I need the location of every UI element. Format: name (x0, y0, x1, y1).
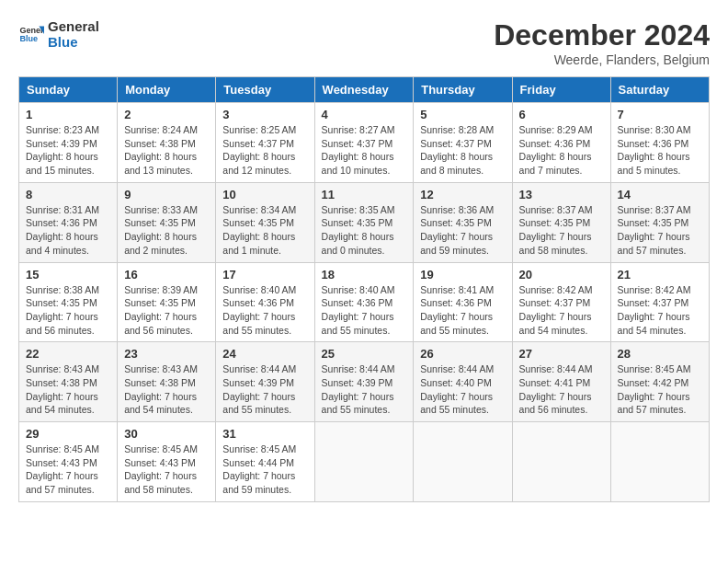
day-number: 16 (124, 268, 209, 282)
day-header-monday: Monday (118, 77, 216, 103)
day-number: 17 (222, 268, 307, 282)
day-header-thursday: Thursday (414, 77, 512, 103)
day-details: Sunrise: 8:38 AMSunset: 4:35 PMDaylight:… (26, 283, 110, 338)
day-details: Sunrise: 8:45 AMSunset: 4:42 PMDaylight:… (618, 362, 702, 417)
calendar-cell: 7Sunrise: 8:30 AMSunset: 4:36 PMDaylight… (610, 103, 709, 183)
calendar-cell: 22Sunrise: 8:43 AMSunset: 4:38 PMDayligh… (19, 342, 118, 422)
calendar-cell: 25Sunrise: 8:44 AMSunset: 4:39 PMDayligh… (314, 342, 414, 422)
day-details: Sunrise: 8:34 AMSunset: 4:35 PMDaylight:… (222, 203, 307, 258)
svg-text:Blue: Blue (19, 34, 38, 43)
day-details: Sunrise: 8:25 AMSunset: 4:37 PMDaylight:… (222, 123, 307, 178)
calendar-cell: 9Sunrise: 8:33 AMSunset: 4:35 PMDaylight… (118, 182, 216, 262)
day-details: Sunrise: 8:37 AMSunset: 4:35 PMDaylight:… (519, 203, 604, 258)
day-details: Sunrise: 8:39 AMSunset: 4:35 PMDaylight:… (124, 283, 209, 338)
day-number: 6 (519, 108, 604, 121)
calendar-cell: 13Sunrise: 8:37 AMSunset: 4:35 PMDayligh… (512, 182, 610, 262)
calendar-cell (414, 422, 512, 502)
calendar-cell: 26Sunrise: 8:44 AMSunset: 4:40 PMDayligh… (414, 342, 512, 422)
calendar-cell: 29Sunrise: 8:45 AMSunset: 4:43 PMDayligh… (19, 422, 118, 502)
day-header-tuesday: Tuesday (216, 77, 314, 103)
day-number: 20 (519, 268, 604, 282)
header: General Blue General Blue December 2024 … (18, 18, 710, 67)
title-area: December 2024 Weerde, Flanders, Belgium (494, 18, 710, 67)
day-details: Sunrise: 8:40 AMSunset: 4:36 PMDaylight:… (322, 283, 407, 338)
day-details: Sunrise: 8:37 AMSunset: 4:35 PMDaylight:… (618, 203, 702, 258)
day-details: Sunrise: 8:23 AMSunset: 4:39 PMDaylight:… (26, 123, 110, 178)
day-number: 4 (322, 108, 407, 121)
day-number: 18 (322, 268, 407, 282)
day-details: Sunrise: 8:28 AMSunset: 4:37 PMDaylight:… (420, 123, 505, 178)
day-number: 9 (124, 188, 209, 201)
week-row-1: 1Sunrise: 8:23 AMSunset: 4:39 PMDaylight… (19, 103, 710, 183)
week-row-5: 29Sunrise: 8:45 AMSunset: 4:43 PMDayligh… (19, 422, 710, 502)
day-number: 2 (124, 108, 209, 121)
calendar-cell (512, 422, 610, 502)
calendar-cell: 27Sunrise: 8:44 AMSunset: 4:41 PMDayligh… (512, 342, 610, 422)
day-details: Sunrise: 8:45 AMSunset: 4:43 PMDaylight:… (124, 442, 209, 497)
calendar-cell (314, 422, 414, 502)
day-details: Sunrise: 8:29 AMSunset: 4:36 PMDaylight:… (519, 123, 604, 178)
day-number: 14 (618, 188, 702, 201)
calendar-cell: 1Sunrise: 8:23 AMSunset: 4:39 PMDaylight… (19, 103, 118, 183)
calendar-table: SundayMondayTuesdayWednesdayThursdayFrid… (18, 76, 710, 502)
day-number: 10 (222, 188, 307, 201)
day-details: Sunrise: 8:36 AMSunset: 4:35 PMDaylight:… (420, 203, 505, 258)
day-number: 11 (322, 188, 407, 201)
day-number: 22 (26, 347, 110, 361)
day-number: 1 (26, 108, 110, 121)
day-header-friday: Friday (512, 77, 610, 103)
calendar-cell: 4Sunrise: 8:27 AMSunset: 4:37 PMDaylight… (314, 103, 414, 183)
main-title: December 2024 (494, 18, 710, 52)
logo-line1: General (48, 18, 99, 34)
calendar-cell: 31Sunrise: 8:45 AMSunset: 4:44 PMDayligh… (216, 422, 314, 502)
day-details: Sunrise: 8:45 AMSunset: 4:43 PMDaylight:… (26, 442, 110, 497)
day-details: Sunrise: 8:30 AMSunset: 4:36 PMDaylight:… (618, 123, 702, 178)
calendar-cell: 6Sunrise: 8:29 AMSunset: 4:36 PMDaylight… (512, 103, 610, 183)
calendar-cell: 20Sunrise: 8:42 AMSunset: 4:37 PMDayligh… (512, 262, 610, 342)
day-header-wednesday: Wednesday (314, 77, 414, 103)
day-details: Sunrise: 8:42 AMSunset: 4:37 PMDaylight:… (618, 283, 702, 338)
day-details: Sunrise: 8:44 AMSunset: 4:41 PMDaylight:… (519, 362, 604, 417)
day-number: 30 (124, 427, 209, 441)
day-details: Sunrise: 8:41 AMSunset: 4:36 PMDaylight:… (420, 283, 505, 338)
calendar-cell: 28Sunrise: 8:45 AMSunset: 4:42 PMDayligh… (610, 342, 709, 422)
calendar-cell: 17Sunrise: 8:40 AMSunset: 4:36 PMDayligh… (216, 262, 314, 342)
week-row-4: 22Sunrise: 8:43 AMSunset: 4:38 PMDayligh… (19, 342, 710, 422)
day-details: Sunrise: 8:33 AMSunset: 4:35 PMDaylight:… (124, 203, 209, 258)
day-details: Sunrise: 8:40 AMSunset: 4:36 PMDaylight:… (222, 283, 307, 338)
week-row-3: 15Sunrise: 8:38 AMSunset: 4:35 PMDayligh… (19, 262, 710, 342)
calendar-header-row: SundayMondayTuesdayWednesdayThursdayFrid… (19, 77, 710, 103)
day-number: 19 (420, 268, 505, 282)
calendar-cell: 30Sunrise: 8:45 AMSunset: 4:43 PMDayligh… (118, 422, 216, 502)
day-number: 29 (26, 427, 110, 441)
day-number: 28 (618, 347, 702, 361)
day-number: 27 (519, 347, 604, 361)
day-details: Sunrise: 8:43 AMSunset: 4:38 PMDaylight:… (124, 362, 209, 417)
day-number: 21 (618, 268, 702, 282)
day-details: Sunrise: 8:27 AMSunset: 4:37 PMDaylight:… (322, 123, 407, 178)
day-number: 7 (618, 108, 702, 121)
day-number: 23 (124, 347, 209, 361)
subtitle: Weerde, Flanders, Belgium (494, 52, 710, 67)
day-details: Sunrise: 8:44 AMSunset: 4:40 PMDaylight:… (420, 362, 505, 417)
day-details: Sunrise: 8:42 AMSunset: 4:37 PMDaylight:… (519, 283, 604, 338)
logo: General Blue General Blue (18, 18, 99, 50)
logo-icon: General Blue (18, 21, 44, 47)
day-details: Sunrise: 8:45 AMSunset: 4:44 PMDaylight:… (222, 442, 307, 497)
calendar-cell: 12Sunrise: 8:36 AMSunset: 4:35 PMDayligh… (414, 182, 512, 262)
day-number: 8 (26, 188, 110, 201)
calendar-cell: 2Sunrise: 8:24 AMSunset: 4:38 PMDaylight… (118, 103, 216, 183)
day-number: 13 (519, 188, 604, 201)
day-number: 25 (322, 347, 407, 361)
calendar-cell: 19Sunrise: 8:41 AMSunset: 4:36 PMDayligh… (414, 262, 512, 342)
day-number: 3 (222, 108, 307, 121)
day-header-saturday: Saturday (610, 77, 709, 103)
calendar-cell: 18Sunrise: 8:40 AMSunset: 4:36 PMDayligh… (314, 262, 414, 342)
day-number: 15 (26, 268, 110, 282)
day-header-sunday: Sunday (19, 77, 118, 103)
calendar-cell: 15Sunrise: 8:38 AMSunset: 4:35 PMDayligh… (19, 262, 118, 342)
week-row-2: 8Sunrise: 8:31 AMSunset: 4:36 PMDaylight… (19, 182, 710, 262)
day-number: 31 (222, 427, 307, 441)
day-details: Sunrise: 8:44 AMSunset: 4:39 PMDaylight:… (322, 362, 407, 417)
day-details: Sunrise: 8:43 AMSunset: 4:38 PMDaylight:… (26, 362, 110, 417)
